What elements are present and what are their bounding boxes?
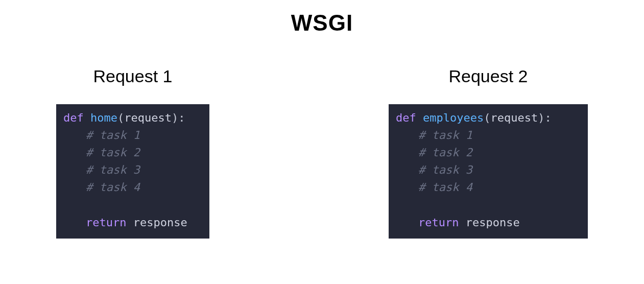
comment-line: # task 4 — [86, 181, 140, 194]
comment-line: # task 3 — [418, 163, 472, 176]
keyword-return: return — [418, 216, 459, 229]
column-heading: Request 2 — [449, 66, 528, 86]
open-paren: ( — [484, 111, 490, 124]
close-paren: ): — [538, 111, 552, 124]
open-paren: ( — [117, 111, 124, 124]
close-paren: ): — [172, 111, 185, 124]
function-name: home — [90, 111, 117, 124]
comment-line: # task 2 — [418, 146, 472, 159]
return-value: response — [459, 216, 519, 229]
code-block-employees: def employees(request): # task 1 # task … — [389, 104, 588, 239]
column-request-2: Request 2 def employees(request): # task… — [389, 66, 588, 239]
code-block-home: def home(request): # task 1 # task 2 # t… — [56, 104, 209, 239]
comment-line: # task 1 — [418, 129, 472, 141]
page-title: WSGI — [0, 10, 644, 36]
keyword-def: def — [396, 111, 416, 124]
keyword-def: def — [63, 111, 84, 124]
column-request-1: Request 1 def home(request): # task 1 # … — [56, 66, 209, 239]
column-heading: Request 1 — [93, 66, 173, 86]
param-request: request — [490, 111, 538, 124]
columns-container: Request 1 def home(request): # task 1 # … — [0, 66, 644, 239]
comment-line: # task 2 — [86, 146, 140, 159]
keyword-return: return — [86, 216, 126, 229]
return-value: response — [126, 216, 187, 229]
param-request: request — [124, 111, 172, 124]
function-name: employees — [423, 111, 484, 124]
comment-line: # task 4 — [418, 181, 472, 194]
comment-line: # task 1 — [86, 129, 140, 141]
comment-line: # task 3 — [86, 163, 140, 176]
